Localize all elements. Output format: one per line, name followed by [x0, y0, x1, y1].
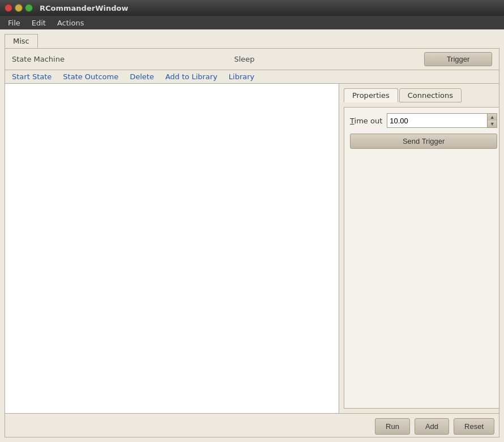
reset-button[interactable]: Reset [454, 418, 494, 435]
trigger-button[interactable]: Trigger [424, 52, 492, 66]
maximize-button[interactable] [25, 4, 33, 12]
timeout-input-wrap: ▲ ▼ [387, 113, 497, 128]
titlebar: RCommanderWindow [0, 0, 504, 16]
send-trigger-button[interactable]: Send Trigger [350, 134, 497, 149]
timeout-label: Time out [350, 117, 382, 125]
window-title: RCommanderWindow [40, 4, 128, 12]
delete-link[interactable]: Delete [130, 72, 154, 81]
left-panel [5, 84, 339, 413]
menu-actions[interactable]: Actions [52, 18, 90, 28]
menu-file[interactable]: File [2, 18, 26, 28]
toolbar-row: State Machine Sleep Trigger [5, 48, 499, 70]
timeout-spinner: ▲ ▼ [488, 113, 497, 128]
bottom-buttons: Run Add Reset [5, 414, 499, 437]
menu-edit[interactable]: Edit [26, 18, 52, 28]
tab-bar: Misc [5, 34, 499, 48]
sleep-label: Sleep [234, 55, 254, 63]
timeout-input[interactable] [387, 113, 488, 128]
state-outcome-link[interactable]: State Outcome [63, 72, 118, 81]
window-controls [5, 4, 33, 12]
add-to-library-link[interactable]: Add to Library [165, 72, 217, 81]
state-machine-label: State Machine [12, 55, 65, 63]
start-state-link[interactable]: Start State [12, 72, 52, 81]
timeout-increment[interactable]: ▲ [488, 114, 497, 121]
action-bar: Start State State Outcome Delete Add to … [5, 70, 499, 84]
right-tabs: Properties Connections [344, 88, 499, 102]
tab-properties[interactable]: Properties [344, 88, 398, 102]
timeout-row: Time out ▲ ▼ [350, 113, 497, 128]
tab-connections[interactable]: Connections [399, 88, 462, 102]
timeout-decrement[interactable]: ▼ [488, 121, 497, 127]
run-button[interactable]: Run [375, 418, 410, 435]
menubar: File Edit Actions [0, 16, 504, 29]
main-content: Misc State Machine Sleep Trigger Start S… [0, 29, 504, 442]
timeout-label-text: Time out [350, 117, 382, 125]
close-button[interactable] [5, 4, 12, 12]
properties-content: Time out ▲ ▼ Send Trigger [344, 107, 499, 409]
content-area: Properties Connections Time out ▲ ▼ [5, 84, 499, 414]
tab-misc[interactable]: Misc [5, 34, 38, 48]
library-link[interactable]: Library [229, 72, 254, 81]
add-button[interactable]: Add [415, 418, 449, 435]
minimize-button[interactable] [15, 4, 23, 12]
right-panel: Properties Connections Time out ▲ ▼ [339, 84, 499, 413]
